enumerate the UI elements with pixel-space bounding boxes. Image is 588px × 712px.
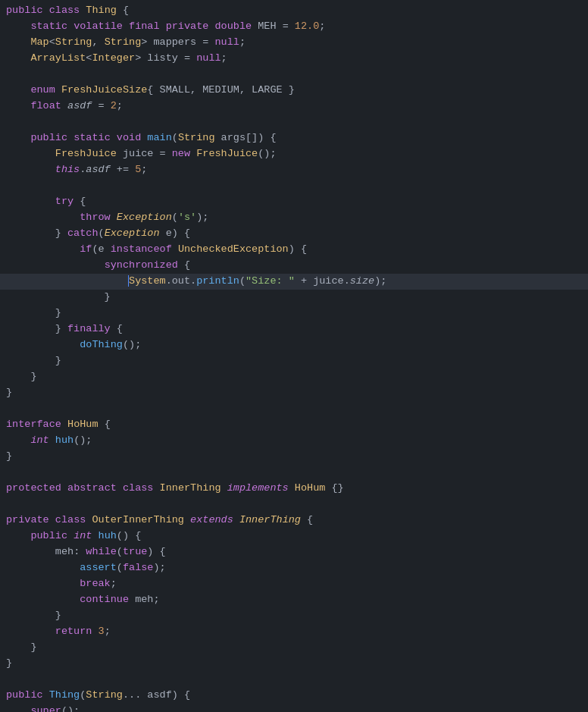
- code-line: }: [0, 656, 588, 672]
- code-line: return 3;: [0, 624, 588, 640]
- code-line: if(e instanceof UncheckedException) {: [0, 242, 588, 258]
- code-line: public class Thing {: [0, 3, 588, 19]
- code-editor: public class Thing { static volatile fin…: [0, 0, 588, 712]
- code-line: }: [0, 449, 588, 465]
- code-line: }: [0, 608, 588, 624]
- code-line: [0, 465, 588, 481]
- code-line: doThing();: [0, 337, 588, 353]
- code-line: }: [0, 369, 588, 385]
- code-line: Map<String, String> mappers = null;: [0, 35, 588, 51]
- code-line-interface: interface HoHum {: [0, 417, 588, 433]
- code-line: }: [0, 306, 588, 321]
- code-line-huh: public int huh() {: [0, 529, 588, 544]
- code-line: meh: while(true) {: [0, 544, 588, 560]
- code-line: protected abstract class InnerThing impl…: [0, 481, 588, 497]
- code-line: [0, 672, 588, 688]
- code-line: } catch(Exception e) {: [0, 226, 588, 242]
- code-line: public static void main(String args[]) {: [0, 130, 588, 146]
- code-line: [0, 178, 588, 194]
- code-line: float asdf = 2;: [0, 99, 588, 114]
- code-line: private class OuterInnerThing extends In…: [0, 513, 588, 529]
- code-line: }: [0, 640, 588, 656]
- code-line: }: [0, 385, 588, 401]
- code-line: throw Exception('s');: [0, 210, 588, 226]
- code-line: [0, 497, 588, 513]
- code-line: int huh();: [0, 433, 588, 449]
- code-line: [0, 114, 588, 130]
- code-line: static volatile final private double MEH…: [0, 19, 588, 35]
- code-line: enum FreshJuiceSize{ SMALL, MEDIUM, LARG…: [0, 83, 588, 99]
- code-line: assert(false);: [0, 560, 588, 576]
- code-line: FreshJuice juice = new FreshJuice();: [0, 146, 588, 162]
- code-line: }: [0, 353, 588, 369]
- code-line: synchronized {: [0, 258, 588, 274]
- code-line: [0, 401, 588, 417]
- code-line: ArrayList<Integer> listy = null;: [0, 51, 588, 67]
- code-line: } finally {: [0, 321, 588, 337]
- code-line: break;: [0, 576, 588, 592]
- code-line: [0, 67, 588, 83]
- code-line: super();: [0, 704, 588, 712]
- code-line: public Thing(String... asdf) {: [0, 688, 588, 704]
- code-line: }: [0, 290, 588, 306]
- code-line-highlighted: System.out.println("Size: " + juice.size…: [0, 274, 588, 290]
- code-line: this.asdf += 5;: [0, 162, 588, 178]
- code-line: continue meh;: [0, 592, 588, 608]
- code-line: try {: [0, 194, 588, 210]
